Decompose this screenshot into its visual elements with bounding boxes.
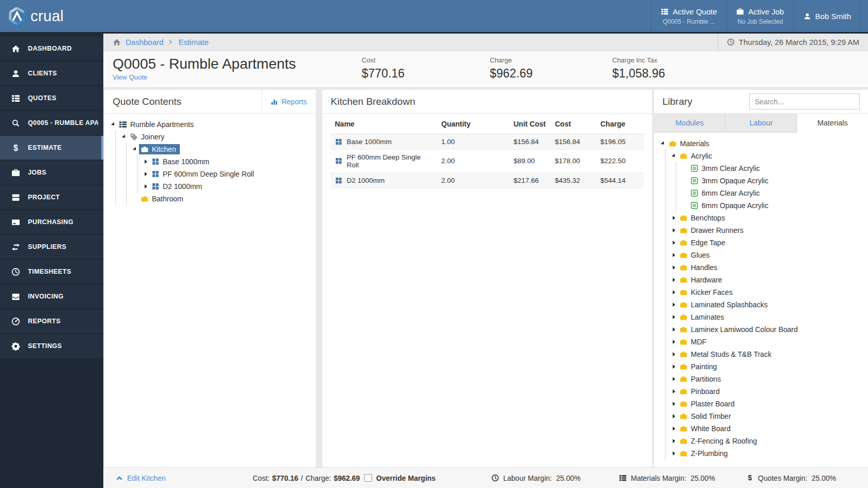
- tree-node-anchor[interactable]: 3mm Opaque Acrylic: [689, 176, 772, 186]
- tree-node-anchor[interactable]: Benchtops: [678, 213, 729, 223]
- tree-node-anchor[interactable]: Handles: [678, 262, 721, 273]
- view-quote-link[interactable]: View Quote: [113, 73, 147, 81]
- sidebar-item-invoicing[interactable]: INVOICING: [0, 285, 103, 308]
- sidebar-item-clients[interactable]: CLIENTS: [0, 61, 103, 85]
- expander-icon[interactable]: [670, 150, 678, 162]
- tree-node-anchor[interactable]: White Board: [678, 423, 734, 434]
- expander-icon[interactable]: [670, 274, 678, 286]
- expander-icon[interactable]: [670, 212, 678, 224]
- tree-node-anchor[interactable]: Kicker Faces: [678, 287, 736, 297]
- tree-node-acrylic[interactable]: Acrylic: [670, 150, 865, 162]
- tree-node-handles[interactable]: Handles: [670, 261, 865, 274]
- sidebar-item-q0005-rumble-apartments[interactable]: Q0005 - RUMBLE APARTMENTS: [0, 111, 103, 135]
- expander-icon[interactable]: [670, 398, 678, 410]
- expander-icon[interactable]: [670, 385, 678, 398]
- tree-node-anchor[interactable]: Base 1000mm: [150, 156, 213, 167]
- sidebar-item-settings[interactable]: SETTINGS: [0, 334, 103, 358]
- tree-node-anchor[interactable]: Edge Tape: [678, 238, 729, 248]
- sidebar-item-purchasing[interactable]: PURCHASING: [0, 210, 103, 234]
- tree-node-anchor[interactable]: Laminex Lamiwood Colour Board: [678, 324, 801, 335]
- tab-materials[interactable]: Materials: [797, 114, 868, 133]
- tree-node-laminex-lamiwood-colour-board[interactable]: Laminex Lamiwood Colour Board: [670, 323, 865, 336]
- expander-icon[interactable]: [131, 143, 139, 155]
- expander-icon[interactable]: [670, 373, 678, 385]
- tree-node-base-1000mm[interactable]: Base 1000mm: [142, 155, 313, 168]
- tab-labour[interactable]: Labour: [725, 114, 797, 133]
- tree-node-anchor[interactable]: Acrylic: [678, 151, 716, 161]
- tree-node-rumble-apartments[interactable]: Rumble Apartments: [110, 118, 313, 131]
- expander-icon[interactable]: [142, 155, 150, 168]
- expander-icon[interactable]: [670, 336, 678, 348]
- tree-node-metal-studs-t-b-track[interactable]: Metal Studs & T&B Track: [670, 348, 865, 360]
- tree-node-anchor[interactable]: Kitchen: [139, 144, 180, 154]
- expander-icon[interactable]: [670, 435, 678, 447]
- override-margins-checkbox[interactable]: [364, 474, 372, 482]
- tree-node-z-plumbing[interactable]: Z-Plumbing: [670, 447, 865, 460]
- tree-node-kicker-faces[interactable]: Kicker Faces: [670, 286, 865, 298]
- expander-icon[interactable]: [670, 410, 678, 422]
- reports-button[interactable]: Reports: [261, 90, 316, 113]
- tree-node-anchor[interactable]: Materials: [667, 138, 713, 149]
- expander-icon[interactable]: [670, 311, 678, 323]
- tree-node-6mm-clear-acrylic[interactable]: 6mm Clear Acrylic: [681, 187, 865, 199]
- table-row-pf-600mm-deep-single-roll[interactable]: PF 600mm Deep Single Roll2.00$89.00$178.…: [331, 149, 644, 172]
- user-menu[interactable]: Bob Smith: [794, 0, 861, 32]
- expander-icon[interactable]: [670, 249, 678, 261]
- expander-icon[interactable]: [142, 180, 150, 193]
- breadcrumb-dashboard[interactable]: Dashboard: [126, 38, 163, 46]
- expander-icon[interactable]: [670, 261, 678, 274]
- tree-node-anchor[interactable]: 6mm Opaque Acrylic: [689, 200, 772, 211]
- tree-node-anchor[interactable]: Rumble Apartments: [117, 119, 197, 130]
- tree-node-anchor[interactable]: Laminates: [678, 312, 728, 322]
- tree-node-laminated-splashbacks[interactable]: Laminated Splashbacks: [670, 298, 865, 311]
- table-row-d2-1000mm[interactable]: D2 1000mm2.00$217.66$435.32$544.14: [331, 172, 644, 188]
- tree-node-3mm-opaque-acrylic[interactable]: 3mm Opaque Acrylic: [681, 175, 865, 187]
- tree-node-pf-600mm-deep-single-roll[interactable]: PF 600mm Deep Single Roll: [142, 168, 313, 180]
- tree-node-bathroom[interactable]: Bathroom: [131, 193, 313, 205]
- sidebar-item-suppliers[interactable]: SUPPLIERS: [0, 235, 103, 259]
- sidebar-item-project[interactable]: PROJECT: [0, 185, 103, 209]
- tree-node-anchor[interactable]: Z-Fencing & Roofing: [678, 436, 761, 446]
- expander-icon[interactable]: [110, 118, 117, 131]
- tree-node-benchtops[interactable]: Benchtops: [670, 212, 865, 224]
- tree-node-anchor[interactable]: Partitions: [678, 374, 724, 384]
- tree-node-anchor[interactable]: 3mm Clear Acrylic: [689, 163, 764, 174]
- expander-icon[interactable]: [670, 348, 678, 360]
- expander-icon[interactable]: [120, 131, 128, 143]
- tree-node-anchor[interactable]: Z-Plumbing: [678, 448, 732, 459]
- app-logo[interactable]: crual: [0, 0, 64, 32]
- tree-node-pinboard[interactable]: Pinboard: [670, 385, 865, 398]
- expander-icon[interactable]: [670, 298, 678, 311]
- tree-node-anchor[interactable]: Glues: [678, 250, 714, 260]
- table-row-base-1000mm[interactable]: Base 1000mm1.00$156.84$156.84$196.05: [331, 134, 644, 149]
- tree-node-anchor[interactable]: Painting: [678, 361, 721, 372]
- sidebar-item-jobs[interactable]: JOBS: [0, 161, 103, 184]
- tree-node-plaster-board[interactable]: Plaster Board: [670, 398, 865, 410]
- tree-node-anchor[interactable]: MDF: [678, 337, 710, 347]
- tree-node-anchor[interactable]: Hardware: [678, 275, 726, 285]
- expander-icon[interactable]: [670, 422, 678, 435]
- tree-node-z-fencing-roofing[interactable]: Z-Fencing & Roofing: [670, 435, 865, 447]
- tree-node-anchor[interactable]: D2 1000mm: [150, 181, 206, 192]
- tree-node-anchor[interactable]: Solid Timber: [678, 411, 735, 421]
- tree-node-kitchen[interactable]: Kitchen: [131, 143, 313, 155]
- tab-modules[interactable]: Modules: [654, 114, 725, 133]
- expander-icon[interactable]: [670, 323, 678, 336]
- tree-node-painting[interactable]: Painting: [670, 360, 865, 373]
- active-job-menu[interactable]: Active Job No Job Selected: [726, 0, 794, 32]
- tree-node-anchor[interactable]: Pinboard: [678, 386, 723, 397]
- tree-node-partitions[interactable]: Partitions: [670, 373, 865, 385]
- expander-icon[interactable]: [142, 168, 150, 180]
- tree-node-laminates[interactable]: Laminates: [670, 311, 865, 323]
- sidebar-item-estimate[interactable]: $ESTIMATE: [0, 136, 103, 160]
- breadcrumb-estimate[interactable]: Estimate: [178, 38, 208, 46]
- tree-node-6mm-opaque-acrylic[interactable]: 6mm Opaque Acrylic: [681, 199, 865, 212]
- tree-node-joinery[interactable]: Joinery: [120, 131, 313, 143]
- tree-node-anchor[interactable]: 6mm Clear Acrylic: [689, 188, 764, 198]
- tree-node-anchor[interactable]: Metal Studs & T&B Track: [678, 349, 775, 359]
- tree-node-d2-1000mm[interactable]: D2 1000mm: [142, 180, 313, 193]
- edit-kitchen-link[interactable]: Edit Kitchen: [116, 468, 166, 488]
- tree-node-hardware[interactable]: Hardware: [670, 274, 865, 286]
- tree-node-white-board[interactable]: White Board: [670, 422, 865, 435]
- expander-icon[interactable]: [670, 286, 678, 298]
